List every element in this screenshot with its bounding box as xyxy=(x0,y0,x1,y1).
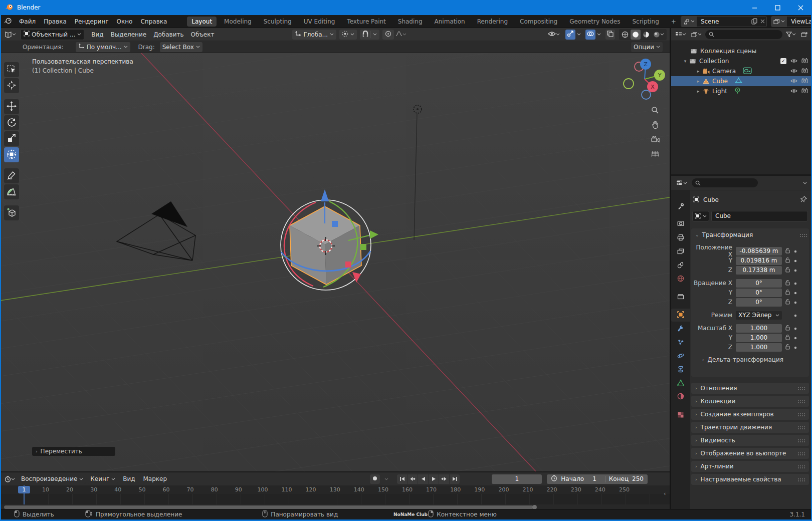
move-y-arrow[interactable] xyxy=(370,230,378,239)
tool-transform[interactable] xyxy=(4,147,19,162)
panel-grip[interactable] xyxy=(797,452,805,455)
properties-tab-texture[interactable] xyxy=(671,409,690,422)
unlink-scene-icon[interactable] xyxy=(759,17,766,27)
panel-grip[interactable] xyxy=(797,387,805,390)
auto-keying-dropdown[interactable] xyxy=(383,474,390,484)
light-object[interactable] xyxy=(414,105,422,240)
expander-icon[interactable]: ▸ xyxy=(695,69,701,74)
hide-eye-icon[interactable] xyxy=(790,78,797,85)
animate-dot-icon[interactable] xyxy=(794,247,797,254)
keying-menu[interactable]: Кеинг xyxy=(88,474,118,484)
hide-eye-icon[interactable] xyxy=(790,88,797,95)
timeline-ruler[interactable]: 1020304050607080901001101201301401501601… xyxy=(0,485,670,504)
lock-icon[interactable] xyxy=(785,289,790,297)
workspace-tab-uv-editing[interactable]: UV Editing xyxy=(299,17,340,27)
pin-icon[interactable] xyxy=(800,196,807,204)
scene-selector[interactable]: Scene xyxy=(681,16,767,27)
operator-panel[interactable]: › Переместить xyxy=(32,447,115,456)
tool-select-box[interactable] xyxy=(4,62,19,77)
tool-annotate[interactable] xyxy=(4,168,19,183)
main-menu-item[interactable]: Справка xyxy=(137,17,170,26)
properties-section-5[interactable]: ›Отображение во вьюпорте xyxy=(691,448,809,459)
timeline-editor-selector[interactable] xyxy=(3,474,17,484)
close-button[interactable] xyxy=(789,0,812,15)
workspace-tab-animation[interactable]: Animation xyxy=(430,17,470,27)
disable-render-icon[interactable] xyxy=(801,88,808,95)
properties-options-icon[interactable] xyxy=(801,178,808,188)
toggle-ortho-icon[interactable] xyxy=(650,148,661,159)
properties-tab-constraints[interactable] xyxy=(671,363,690,376)
lock-icon[interactable] xyxy=(785,299,790,306)
add-workspace-button[interactable]: + xyxy=(667,17,681,27)
expander-icon[interactable]: ▸ xyxy=(695,79,701,84)
move-z-arrow[interactable] xyxy=(321,189,329,201)
outliner-display-mode-icon[interactable] xyxy=(674,30,688,40)
workspace-tab-modeling[interactable]: Modeling xyxy=(220,17,256,27)
current-frame-badge[interactable]: 1 xyxy=(18,486,30,493)
lock-icon[interactable] xyxy=(785,257,790,265)
viewport-menu-item[interactable]: Выделение xyxy=(108,30,149,39)
outliner-item-label[interactable]: Коллекция сцены xyxy=(700,48,756,55)
tool-orientation-dropdown[interactable]: По умолч... xyxy=(76,42,130,52)
timeline-marker-menu[interactable]: Маркер xyxy=(140,474,170,483)
properties-tab-object[interactable] xyxy=(671,309,690,322)
workspace-tab-sculpting[interactable]: Sculpting xyxy=(259,17,296,27)
scale-y-handle[interactable] xyxy=(360,244,366,250)
workspace-tab-scripting[interactable]: Scripting xyxy=(628,17,663,27)
shading-wireframe-icon[interactable] xyxy=(620,30,630,40)
play-reverse-button[interactable] xyxy=(418,474,428,484)
outliner-filter-image-icon[interactable] xyxy=(690,30,703,40)
viewport-menu-item[interactable]: Вид xyxy=(88,30,106,39)
transform-value-field[interactable]: 0° xyxy=(736,279,782,288)
properties-tab-scene[interactable] xyxy=(671,259,690,272)
disable-render-icon[interactable] xyxy=(801,78,808,85)
properties-section-6[interactable]: ›Арт-линии xyxy=(691,461,809,472)
transform-value-field[interactable]: 1.000 xyxy=(736,334,782,342)
animate-dot-icon[interactable] xyxy=(794,257,797,264)
blender-menu-icon[interactable] xyxy=(4,18,12,26)
transform-value-field[interactable]: 1.000 xyxy=(736,343,782,352)
pivot-point-dropdown[interactable] xyxy=(339,30,357,40)
timeline-track[interactable] xyxy=(0,494,670,504)
main-menu-item[interactable]: Правка xyxy=(41,17,70,26)
proportional-editing-toggle[interactable] xyxy=(382,30,394,40)
3d-viewport[interactable]: Z Y X Пользовательская перспектива (1) C… xyxy=(0,53,670,471)
playback-range-icon[interactable] xyxy=(551,475,557,483)
transform-panel-header[interactable]: ⌄ Трансформация xyxy=(691,230,810,239)
outliner-row-cube[interactable]: ▸ Cube xyxy=(671,76,812,86)
workspace-tab-layout[interactable]: Layout xyxy=(187,17,217,27)
main-menu-item[interactable]: Файл xyxy=(16,17,39,26)
viewport-canvas[interactable]: Z Y X xyxy=(0,53,670,471)
axis-neg-y-ball[interactable] xyxy=(624,79,634,89)
panel-grip[interactable] xyxy=(797,413,805,416)
scale-x-handle[interactable] xyxy=(345,262,351,268)
animate-dot-icon[interactable] xyxy=(794,312,797,319)
prev-keyframe-button[interactable] xyxy=(408,474,418,484)
properties-section-7[interactable]: ›Настраиваемые свойства xyxy=(691,474,809,485)
view-layer-name[interactable]: ViewLayer xyxy=(787,18,812,25)
animate-dot-icon[interactable] xyxy=(794,344,797,351)
shading-rendered-icon[interactable] xyxy=(652,30,666,40)
rotation-mode-dropdown[interactable]: XYZ Эйлер xyxy=(736,311,782,320)
snap-toggle[interactable] xyxy=(360,30,379,40)
properties-tab-view-layer[interactable] xyxy=(671,245,690,258)
tool-add-cube[interactable] xyxy=(4,205,19,220)
gizmo-dropdown[interactable] xyxy=(575,30,582,40)
zoom-view-icon[interactable] xyxy=(650,105,661,116)
panel-grip[interactable] xyxy=(797,465,805,468)
editor-type-selector[interactable] xyxy=(3,30,18,40)
lock-icon[interactable] xyxy=(785,280,790,287)
tool-rotate[interactable] xyxy=(4,115,19,130)
animate-dot-icon[interactable] xyxy=(794,289,797,296)
outliner-item-label[interactable]: Camera xyxy=(712,68,736,75)
timeline-view-menu[interactable]: Вид xyxy=(120,474,138,483)
navigation-gizmo[interactable]: Z Y X xyxy=(624,59,665,99)
panel-grip[interactable] xyxy=(799,233,807,237)
main-menu-item[interactable]: Окно xyxy=(114,17,136,26)
viewport-menu-item[interactable]: Добавить xyxy=(150,30,186,39)
transform-value-field[interactable]: 0.019816 m xyxy=(736,256,782,265)
properties-search-input[interactable] xyxy=(692,178,758,187)
current-frame-field[interactable]: 1 xyxy=(492,474,542,484)
properties-tab-tool[interactable] xyxy=(671,200,690,213)
hide-eye-icon[interactable] xyxy=(790,58,797,65)
